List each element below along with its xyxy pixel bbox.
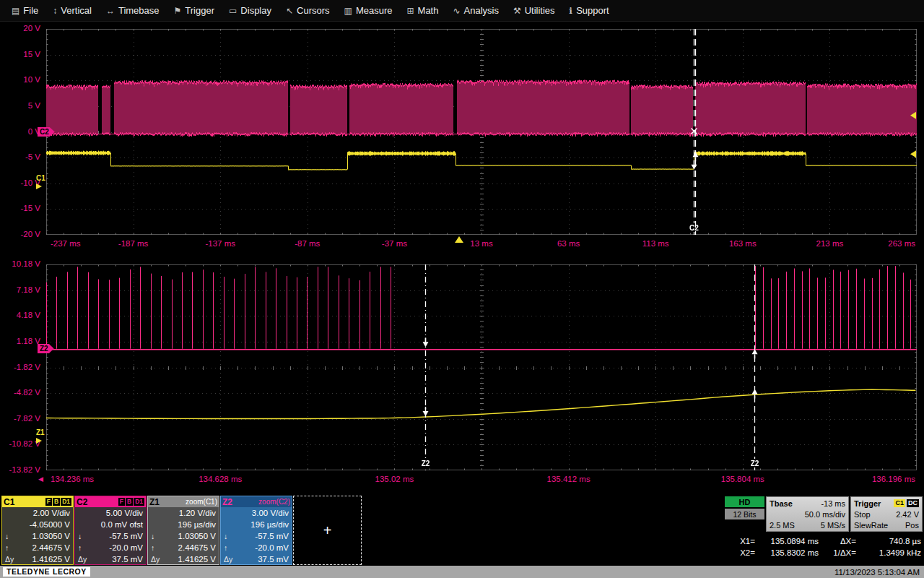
- cursor-mark-icon: ↓: [224, 532, 227, 540]
- trace-title: C1: [4, 497, 14, 507]
- cursor-readout-row: ↓1.03050 V: [148, 530, 219, 542]
- cursor-value: 1.41625 V: [32, 555, 70, 564]
- main-waveform-grid[interactable]: [46, 29, 917, 235]
- display-icon: ▭: [229, 7, 237, 15]
- descriptor-value: -4.05000 V: [2, 519, 73, 530]
- descriptor-value: 0.0 mV ofst: [75, 519, 146, 530]
- trigger-level: 2.42 V: [896, 510, 919, 519]
- cursor-value: 1.03050 V: [178, 532, 216, 540]
- vertical-icon: ↕: [53, 7, 57, 15]
- cursor-value: -20.0 mV: [109, 543, 143, 552]
- descriptor-value: 5.00 V/div: [75, 507, 146, 519]
- cursor-value: 37.5 mV: [258, 555, 289, 564]
- menu-item-trigger[interactable]: ⚑Trigger: [167, 0, 222, 22]
- menu-item-label: File: [23, 5, 38, 16]
- y-axis-label: 4.18 V: [0, 312, 40, 321]
- x2-label: X2=: [725, 548, 755, 557]
- cursors-icon: ↖: [286, 7, 293, 15]
- pan-left-arrow-icon[interactable]: ◀: [38, 476, 43, 483]
- badge-b: B: [53, 498, 60, 506]
- cursor-mark-icon: ↑: [151, 543, 154, 552]
- hd-mode-indicator[interactable]: HD: [725, 496, 764, 507]
- x2-value: 135.8302 ms: [755, 548, 819, 557]
- menu-item-math[interactable]: ⊞Math: [399, 0, 445, 22]
- y-axis-label: -20 V: [0, 230, 40, 239]
- menu-item-display[interactable]: ▭Display: [222, 0, 279, 22]
- badge-f: F: [118, 498, 125, 506]
- file-icon: ▤: [12, 7, 19, 15]
- zoom-waveform-grid[interactable]: [46, 264, 917, 470]
- trace-descriptor-c1[interactable]: C1FBD12.00 V/div-4.05000 V↓1.03050 V↑2.4…: [1, 496, 74, 565]
- cursor-readout-row: Δy37.5 mV: [221, 553, 292, 565]
- menu-item-label: Cursors: [297, 5, 330, 16]
- badge-b: B: [126, 498, 133, 506]
- menu-item-support[interactable]: ℹSupport: [562, 0, 616, 22]
- cursor-readouts: X1= 135.0894 ms ΔX= 740.8 µs X2= 135.830…: [725, 535, 923, 558]
- utilities-icon: ⚒: [513, 7, 521, 15]
- descriptor-value: 196 µs/div: [221, 519, 292, 530]
- cursor-value: 1.41625 V: [178, 555, 216, 564]
- cursor-readout-row: Δy1.41625 V: [2, 553, 73, 565]
- x-axis-label: -187 ms: [118, 240, 149, 249]
- menu-item-label: Support: [576, 5, 609, 16]
- x-axis-label: 213 ms: [816, 240, 844, 249]
- y-axis-label: 10 V: [0, 77, 40, 85]
- measure-icon: ▥: [344, 7, 352, 15]
- y-axis-label: -1.82 V: [0, 363, 40, 372]
- trigger-slope: Pos: [905, 521, 919, 530]
- trace-title: Z1: [149, 497, 160, 507]
- teledyne-lecroy-logo: TELEDYNE LECROY: [3, 567, 90, 577]
- trace-descriptor-z2[interactable]: Z2zoom(C2)3.00 V/div196 µs/div↓-57.5 mV↑…: [220, 496, 292, 565]
- cursor-value: 2.44675 V: [32, 543, 70, 552]
- dx-value: 740.8 µs: [856, 537, 923, 545]
- brand-lecroy: LECROY: [53, 568, 87, 576]
- trigger-panel[interactable]: Trigger C1 DC Stop 2.42 V SlewRate Pos: [850, 496, 923, 532]
- menu-item-utilities[interactable]: ⚒Utilities: [506, 0, 562, 22]
- x1-label: X1=: [725, 537, 755, 545]
- timebase-samples: 2.5 MS: [770, 521, 795, 530]
- trace-title: C2: [77, 497, 87, 507]
- menu-item-analysis[interactable]: ∿Analysis: [445, 0, 505, 22]
- cursor-value: -20.0 mV: [255, 543, 289, 552]
- x-axis-label: -137 ms: [205, 240, 235, 249]
- datetime: 11/13/2023 5:13:04 AM: [834, 568, 921, 577]
- y-axis-label: -5 V: [0, 153, 40, 162]
- menu-item-measure[interactable]: ▥Measure: [337, 0, 400, 22]
- descriptor-value: 1.20 V/div: [148, 507, 219, 519]
- y-axis-label: 10.18 V: [0, 260, 40, 269]
- dx-label: ΔX=: [823, 537, 856, 545]
- x-axis-label: -87 ms: [295, 240, 320, 249]
- descriptor-value: 2.00 V/div: [2, 507, 73, 519]
- cursor-mark-icon: ↓: [78, 532, 82, 540]
- menu-item-file[interactable]: ▤File: [4, 0, 45, 22]
- c1-zero-marker[interactable]: C1: [36, 175, 45, 189]
- timebase-scale: 50.0 ms/div: [805, 510, 845, 519]
- timebase-icon: ↔: [106, 7, 115, 15]
- trace-descriptor-z1[interactable]: Z1zoom(C1)1.20 V/div196 µs/div↓1.03050 V…: [147, 496, 219, 565]
- x-axis-label: 134.628 ms: [199, 475, 242, 484]
- x-axis-label: 135.804 ms: [721, 475, 764, 484]
- trace-descriptor-c2[interactable]: C2FBD15.00 V/div0.0 mV ofst↓-57.5 mV↑-20…: [74, 496, 147, 565]
- cursor-value: -57.5 mV: [109, 532, 143, 540]
- timebase-panel[interactable]: Tbase -13 ms 50.0 ms/div 2.5 MS 5 MS/s: [766, 496, 849, 532]
- timebase-samplerate: 5 MS/s: [821, 521, 845, 530]
- badge-d1: D1: [134, 498, 144, 506]
- menu-item-label: Measure: [356, 5, 393, 16]
- trace-source: zoom(C2): [258, 498, 290, 506]
- trigger-type: SlewRate: [854, 521, 888, 530]
- trigger-position-marker[interactable]: [455, 236, 463, 243]
- trace-source: zoom(C1): [186, 498, 217, 506]
- menu-item-label: Utilities: [525, 5, 555, 16]
- trace-badges: FBD1: [45, 498, 71, 506]
- y-axis-label: -10.82 V: [0, 441, 40, 449]
- z1-zero-marker[interactable]: Z1: [36, 429, 45, 444]
- menu-item-cursors[interactable]: ↖Cursors: [279, 0, 337, 22]
- brand-teledyne: TELEDYNE: [6, 568, 50, 576]
- menu-item-timebase[interactable]: ↔Timebase: [99, 0, 167, 22]
- menu-item-vertical[interactable]: ↕Vertical: [45, 0, 99, 22]
- cursor-mark-icon: ↓: [5, 532, 9, 540]
- cursor-readout-row: ↓-57.5 mV: [221, 530, 292, 542]
- add-trace-dropzone[interactable]: +: [293, 496, 362, 565]
- math-icon: ⊞: [406, 7, 414, 15]
- y-axis-label: 1.18 V: [0, 337, 40, 346]
